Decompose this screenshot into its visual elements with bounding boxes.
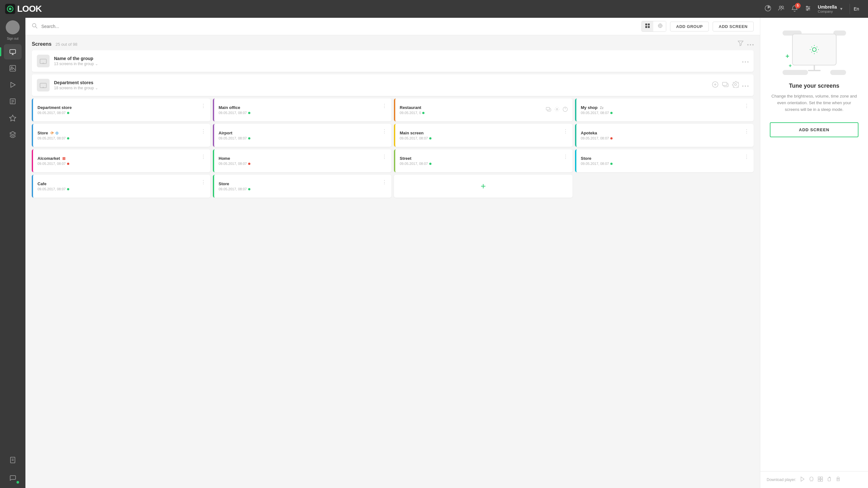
screen-card-main-screen[interactable]: Main screen 09.05.2017, 08:07 ⋮ <box>394 124 572 147</box>
group-actions-2 <box>712 81 748 90</box>
screen-more-icon[interactable]: ⋮ <box>563 153 568 160</box>
svg-line-28 <box>36 27 37 28</box>
screen-more-icon[interactable]: ⋮ <box>382 128 387 134</box>
grid-view-button[interactable] <box>642 21 653 31</box>
screens-actions <box>738 40 754 48</box>
screen-card-cafe[interactable]: Cafe 09.05.2017, 08:07 ⋮ <box>32 175 210 197</box>
linux-icon[interactable] <box>836 477 841 483</box>
status-dot <box>67 163 69 165</box>
svg-rect-60 <box>546 108 550 110</box>
content-area: ADD GROUP ADD SCREEN Screens 25 out of 9… <box>25 18 760 488</box>
screen-card-main-office[interactable]: Main office 09.05.2017, 08:07 ⋮ <box>213 98 392 121</box>
group-more-2[interactable] <box>742 82 748 89</box>
add-group-button[interactable]: ADD GROUP <box>670 22 709 31</box>
settings-group-icon[interactable] <box>732 81 739 90</box>
avatar[interactable] <box>6 20 20 34</box>
sidebar-item-content[interactable] <box>4 94 22 109</box>
group-row-1[interactable]: Name of the group 13 screens in the grou… <box>32 50 754 72</box>
settings-screen-icon[interactable] <box>554 106 560 114</box>
monitor-base <box>808 70 821 71</box>
sidebar-item-video[interactable] <box>4 77 22 92</box>
screen-tag: Zz <box>600 106 603 110</box>
add-screen-card[interactable]: + <box>394 175 572 197</box>
svg-point-27 <box>32 24 36 27</box>
sidebar-item-media[interactable] <box>4 61 22 76</box>
windows-icon[interactable] <box>818 477 823 483</box>
move-screen-icon[interactable] <box>546 106 552 114</box>
company-name: Umbrella <box>818 4 837 9</box>
screen-more-icon[interactable]: ⋮ <box>744 102 749 109</box>
screens-title: Screens <box>32 41 52 47</box>
screen-card-myshop[interactable]: My shop Zz 09.05.2017, 08:07 ⋮ <box>575 98 754 121</box>
android-icon[interactable] <box>809 477 814 483</box>
right-panel-content: + + Tune your screens Change the brightn… <box>760 18 868 471</box>
deco-bubble-4 <box>830 70 846 75</box>
sidebar-item-favorites[interactable] <box>4 110 22 125</box>
power-screen-icon[interactable] <box>562 106 568 114</box>
add-screen-button[interactable]: ADD SCREEN <box>713 22 754 31</box>
screen-more-icon[interactable]: ⋮ <box>744 153 749 160</box>
more-options-icon[interactable] <box>747 41 754 47</box>
screen-more-icon[interactable]: ⋮ <box>201 179 206 185</box>
screen-card-store-2[interactable]: Store 09.05.2017, 08:07 ⋮ <box>575 149 754 172</box>
signout-label[interactable]: Sign out <box>7 37 19 40</box>
screen-more-icon[interactable]: ⋮ <box>563 128 568 134</box>
screen-card-restaurant[interactable]: Restaurant 09.05.2017, 0 <box>394 98 572 121</box>
screen-more-icon[interactable]: ⋮ <box>201 128 206 134</box>
screen-card-street[interactable]: Street 09.05.2017, 08:07 ⋮ <box>394 149 572 172</box>
add-screen-group-icon[interactable] <box>712 81 719 90</box>
screen-card-apoteka[interactable]: Apoteka 09.05.2017, 08:07 ⋮ <box>575 124 754 147</box>
users-icon[interactable] <box>778 5 785 13</box>
search-input[interactable] <box>41 24 638 29</box>
screen-card-alcomarket[interactable]: Alcomarket ⊠ 09.05.2017, 08:07 ⋮ <box>32 149 210 172</box>
time-icon: ⊙ <box>55 131 58 135</box>
target-view-button[interactable] <box>654 21 666 31</box>
logo-text: LOOK <box>17 4 42 14</box>
status-dot <box>429 137 431 140</box>
svg-point-73 <box>838 479 839 479</box>
svg-marker-17 <box>11 82 15 87</box>
svg-point-42 <box>752 44 754 45</box>
screens-title-block: Screens 25 out of 98 <box>32 41 77 47</box>
tune-description: Change the brightness, volume, time zone… <box>770 93 859 113</box>
plus-icon: + <box>481 181 486 191</box>
play-store-icon[interactable] <box>800 477 805 483</box>
monitor-stand <box>814 65 815 70</box>
sidebar-item-screens[interactable] <box>4 44 22 59</box>
filter-icon[interactable] <box>738 40 743 48</box>
status-dot <box>248 112 250 114</box>
screen-grid: Department store 09.05.2017, 08:07 ⋮ Mai… <box>25 98 760 200</box>
screen-card-store-3[interactable]: Store 09.05.2017, 08:07 ⋮ <box>213 175 392 197</box>
group-more-1[interactable] <box>742 58 748 64</box>
svg-point-3 <box>779 6 781 8</box>
screen-more-icon[interactable]: ⋮ <box>744 128 749 134</box>
svg-point-41 <box>750 44 751 45</box>
logo-icon <box>5 4 15 14</box>
svg-point-1 <box>9 8 11 10</box>
group-row-2[interactable]: Department stores 18 screens in the grou… <box>32 74 754 96</box>
chart-icon[interactable] <box>765 5 771 13</box>
company-selector[interactable]: Umbrella Company ▼ <box>818 4 843 13</box>
chevron-icon-1: ⌄ <box>95 62 98 66</box>
screen-more-icon[interactable]: ⋮ <box>382 179 387 185</box>
screen-more-icon[interactable]: ⋮ <box>382 102 387 109</box>
sidebar-item-chat[interactable] <box>4 470 22 485</box>
screen-name: Department store <box>37 105 197 110</box>
sliders-icon[interactable] <box>804 5 811 13</box>
sidebar-item-notes[interactable] <box>4 452 22 468</box>
language-selector[interactable]: En <box>849 4 863 14</box>
apple-icon[interactable] <box>827 477 832 483</box>
bell-icon[interactable]: 5 <box>791 5 798 13</box>
screen-more-icon[interactable]: ⋮ <box>201 102 206 109</box>
sidebar-item-layers[interactable] <box>4 127 22 142</box>
screen-more-icon[interactable]: ⋮ <box>201 153 206 160</box>
screen-more-icon[interactable]: ⋮ <box>382 153 387 160</box>
screen-card-home[interactable]: Home 09.05.2017, 08:07 ⋮ <box>213 149 392 172</box>
svg-point-4 <box>782 6 783 8</box>
group-icon-2 <box>37 79 50 92</box>
right-panel-add-screen-button[interactable]: ADD SCREEN <box>770 122 859 137</box>
screen-card-dept-store[interactable]: Department store 09.05.2017, 08:07 ⋮ <box>32 98 210 121</box>
screen-card-airport[interactable]: Airport 09.05.2017, 08:07 ⋮ <box>213 124 392 147</box>
move-icon[interactable] <box>722 81 729 90</box>
screen-card-store-1[interactable]: Store ⟳ ⊙ 09.05.2017, 08:07 ⋮ <box>32 124 210 147</box>
